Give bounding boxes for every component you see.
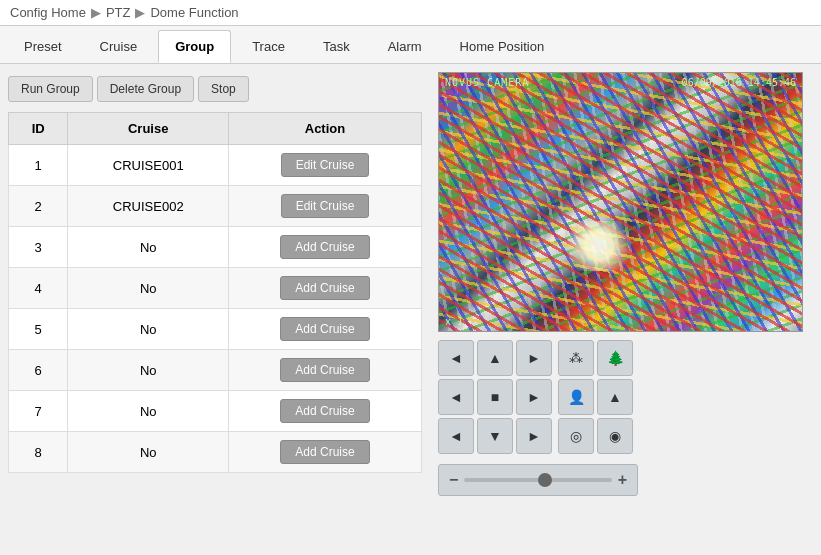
cell-id: 5: [9, 309, 68, 350]
cell-action: Edit Cruise: [228, 145, 421, 186]
ptz-down-button[interactable]: ▼: [477, 418, 513, 454]
edit-cruise-button[interactable]: Edit Cruise: [281, 153, 370, 177]
cell-action: Add Cruise: [228, 227, 421, 268]
main-content: Run Group Delete Group Stop ID Cruise Ac…: [0, 64, 821, 555]
cell-id: 7: [9, 391, 68, 432]
ptz-up-button[interactable]: ▲: [477, 340, 513, 376]
col-action: Action: [228, 113, 421, 145]
zoom-plus-button[interactable]: +: [618, 471, 627, 489]
camera-label-brand: NOVUS CAMERA: [445, 77, 529, 88]
ptz-preset-call-button[interactable]: 🌲: [597, 340, 633, 376]
col-cruise: Cruise: [68, 113, 229, 145]
cell-action: Add Cruise: [228, 309, 421, 350]
breadcrumb-arrow1: ▶: [91, 5, 101, 20]
add-cruise-button[interactable]: Add Cruise: [280, 317, 369, 341]
zoom-minus-button[interactable]: −: [449, 471, 458, 489]
cell-cruise: No: [68, 309, 229, 350]
cell-id: 3: [9, 227, 68, 268]
ptz-area: ◄ ▲ ► ◄ ■ ► ◄ ▼ ► ⁂ 🌲 👤 ▲ ◎ ◉: [438, 340, 813, 500]
breadcrumb: Config Home ▶ PTZ ▶ Dome Function: [0, 0, 821, 26]
cell-action: Add Cruise: [228, 268, 421, 309]
table-row: 7NoAdd Cruise: [9, 391, 422, 432]
delete-group-button[interactable]: Delete Group: [97, 76, 194, 102]
action-bar: Run Group Delete Group Stop: [8, 72, 422, 106]
cell-id: 2: [9, 186, 68, 227]
ptz-iris-open-button[interactable]: ◎: [558, 418, 594, 454]
add-cruise-button[interactable]: Add Cruise: [280, 358, 369, 382]
cruise-table: ID Cruise Action 1CRUISE001Edit Cruise2C…: [8, 112, 422, 473]
table-row: 6NoAdd Cruise: [9, 350, 422, 391]
cell-cruise: CRUISE002: [68, 186, 229, 227]
right-panel: NOVUS CAMERA 06/09/2016 14:45:46 x 1 ◄ ▲…: [430, 64, 821, 555]
ptz-controls: ◄ ▲ ► ◄ ■ ► ◄ ▼ ► ⁂ 🌲 👤 ▲ ◎ ◉: [438, 340, 813, 454]
stop-button[interactable]: Stop: [198, 76, 249, 102]
add-cruise-button[interactable]: Add Cruise: [280, 235, 369, 259]
add-cruise-button[interactable]: Add Cruise: [280, 276, 369, 300]
table-row: 2CRUISE002Edit Cruise: [9, 186, 422, 227]
cell-action: Add Cruise: [228, 391, 421, 432]
tab-bar: Preset Cruise Group Trace Task Alarm Hom…: [0, 26, 821, 64]
tab-group[interactable]: Group: [158, 30, 231, 63]
zoom-track[interactable]: [464, 478, 611, 482]
left-panel: Run Group Delete Group Stop ID Cruise Ac…: [0, 64, 430, 555]
wires-overlay: [439, 73, 802, 331]
camera-label-zoom: x 1: [445, 316, 463, 327]
ptz-up-right-button[interactable]: ►: [516, 340, 552, 376]
breadcrumb-page: Dome Function: [150, 5, 238, 20]
cell-cruise: CRUISE001: [68, 145, 229, 186]
ptz-down-left-button[interactable]: ◄: [438, 418, 474, 454]
table-row: 1CRUISE001Edit Cruise: [9, 145, 422, 186]
ptz-down-right-button[interactable]: ►: [516, 418, 552, 454]
ptz-extra-grid: ⁂ 🌲 👤 ▲ ◎ ◉: [558, 340, 633, 454]
tab-preset[interactable]: Preset: [7, 30, 79, 63]
add-cruise-button[interactable]: Add Cruise: [280, 399, 369, 423]
cell-action: Edit Cruise: [228, 186, 421, 227]
ptz-up-left-button[interactable]: ◄: [438, 340, 474, 376]
tab-home-position[interactable]: Home Position: [443, 30, 562, 63]
col-id: ID: [9, 113, 68, 145]
cell-id: 1: [9, 145, 68, 186]
zoom-slider-container: − +: [438, 464, 638, 496]
cell-cruise: No: [68, 268, 229, 309]
cell-id: 8: [9, 432, 68, 473]
ptz-person-button[interactable]: 👤: [558, 379, 594, 415]
cell-action: Add Cruise: [228, 432, 421, 473]
table-row: 4NoAdd Cruise: [9, 268, 422, 309]
table-row: 3NoAdd Cruise: [9, 227, 422, 268]
zoom-row: − +: [438, 460, 813, 500]
bright-spot: [559, 221, 639, 271]
breadcrumb-section[interactable]: PTZ: [106, 5, 131, 20]
ptz-iris-close-button[interactable]: ◉: [597, 418, 633, 454]
add-cruise-button[interactable]: Add Cruise: [280, 440, 369, 464]
table-row: 5NoAdd Cruise: [9, 309, 422, 350]
cell-id: 4: [9, 268, 68, 309]
tab-alarm[interactable]: Alarm: [371, 30, 439, 63]
breadcrumb-arrow2: ▶: [135, 5, 145, 20]
ptz-stop-button[interactable]: ■: [477, 379, 513, 415]
cell-cruise: No: [68, 432, 229, 473]
cell-action: Add Cruise: [228, 350, 421, 391]
breadcrumb-home[interactable]: Config Home: [10, 5, 86, 20]
tab-task[interactable]: Task: [306, 30, 367, 63]
cell-cruise: No: [68, 391, 229, 432]
cell-cruise: No: [68, 227, 229, 268]
run-group-button[interactable]: Run Group: [8, 76, 93, 102]
camera-label-timestamp: 06/09/2016 14:45:46: [682, 77, 796, 88]
tab-cruise[interactable]: Cruise: [83, 30, 155, 63]
cell-id: 6: [9, 350, 68, 391]
cell-cruise: No: [68, 350, 229, 391]
camera-feed: NOVUS CAMERA 06/09/2016 14:45:46 x 1: [438, 72, 803, 332]
ptz-left-button[interactable]: ◄: [438, 379, 474, 415]
ptz-menu1-button[interactable]: ⁂: [558, 340, 594, 376]
zoom-thumb[interactable]: [538, 473, 552, 487]
ptz-right-button[interactable]: ►: [516, 379, 552, 415]
ptz-focus-far-button[interactable]: ▲: [597, 379, 633, 415]
ptz-direction-grid: ◄ ▲ ► ◄ ■ ► ◄ ▼ ►: [438, 340, 552, 454]
tab-trace[interactable]: Trace: [235, 30, 302, 63]
edit-cruise-button[interactable]: Edit Cruise: [281, 194, 370, 218]
table-row: 8NoAdd Cruise: [9, 432, 422, 473]
